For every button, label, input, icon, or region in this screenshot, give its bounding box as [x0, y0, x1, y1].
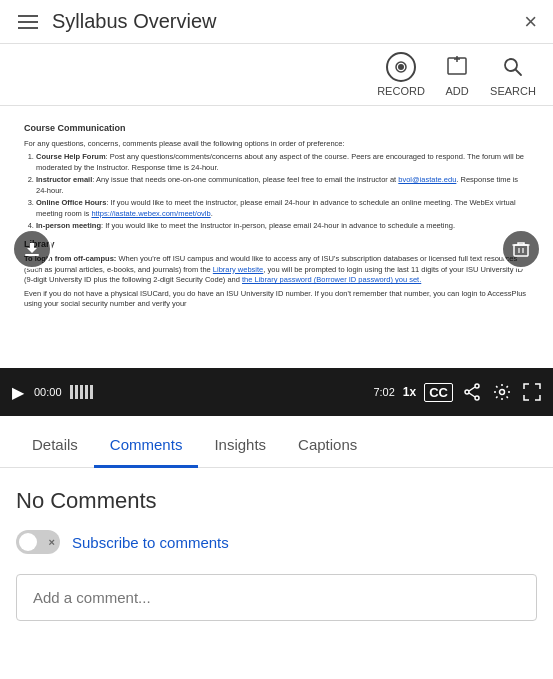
subscribe-toggle[interactable]: ×: [16, 530, 60, 554]
header-left: Syllabus Overview: [16, 10, 217, 33]
doc-heading1: Course Communication: [24, 122, 529, 135]
svg-rect-7: [25, 254, 39, 256]
video-document: Course Communication For any questions, …: [0, 106, 553, 329]
header: Syllabus Overview ×: [0, 0, 553, 44]
total-time: 7:02: [373, 386, 394, 398]
add-button[interactable]: ADD: [433, 52, 481, 97]
cc-button[interactable]: CC: [424, 383, 453, 402]
tab-captions[interactable]: Captions: [282, 424, 373, 468]
subscribe-label[interactable]: Subscribe to comments: [72, 534, 229, 551]
toggle-knob: [19, 533, 37, 551]
svg-point-13: [465, 390, 469, 394]
progress-seg: [90, 385, 93, 399]
doc-library-text2: Even if you do not have a physical ISUCa…: [24, 289, 529, 310]
doc-intro: For any questions, concerns, comments pl…: [24, 139, 529, 150]
list-item: Instructor email: Any issue that needs o…: [36, 175, 529, 196]
video-player: Course Communication For any questions, …: [0, 106, 553, 416]
svg-point-1: [398, 64, 404, 70]
svg-point-11: [475, 384, 479, 388]
svg-point-16: [500, 390, 505, 395]
search-button[interactable]: SEARCH: [489, 52, 537, 97]
download-overlay-button[interactable]: [12, 229, 52, 269]
play-button[interactable]: ▶: [10, 381, 26, 404]
add-comment-input[interactable]: [16, 574, 537, 621]
video-controls: ▶ 00:00 7:02 1x CC: [0, 368, 553, 416]
tab-details[interactable]: Details: [16, 424, 94, 468]
add-icon: [442, 52, 472, 82]
doc-list: Course Help Forum: Post any questions/co…: [36, 152, 529, 232]
current-time: 00:00: [34, 386, 62, 398]
svg-point-12: [475, 396, 479, 400]
hamburger-menu[interactable]: [16, 13, 40, 31]
close-button[interactable]: ×: [524, 11, 537, 33]
progress-bar[interactable]: [70, 385, 366, 399]
toolbar: RECORD ADD SEARCH: [0, 44, 553, 106]
svg-line-14: [469, 387, 475, 391]
list-item: Online Office Hours: If you would like t…: [36, 198, 529, 219]
svg-line-6: [516, 70, 522, 76]
tab-comments[interactable]: Comments: [94, 424, 199, 468]
list-item: In-person meeting: If you would like to …: [36, 221, 529, 232]
progress-seg: [80, 385, 83, 399]
page-title: Syllabus Overview: [52, 10, 217, 33]
doc-library-text: To login from off-campus: When you're of…: [24, 254, 529, 286]
progress-seg: [75, 385, 78, 399]
progress-segments: [70, 385, 93, 399]
tabs-bar: Details Comments Insights Captions: [0, 424, 553, 468]
video-content: Course Communication For any questions, …: [0, 106, 553, 368]
record-icon: [386, 52, 416, 82]
progress-seg: [85, 385, 88, 399]
no-comments-title: No Comments: [16, 488, 537, 514]
svg-line-15: [469, 393, 475, 397]
svg-rect-8: [514, 245, 528, 256]
doc-heading2: Library: [24, 238, 529, 251]
tab-insights[interactable]: Insights: [198, 424, 282, 468]
subscribe-row: × Subscribe to comments: [16, 530, 537, 554]
progress-seg: [70, 385, 73, 399]
search-icon: [498, 52, 528, 82]
list-item: Course Help Forum: Post any questions/co…: [36, 152, 529, 173]
share-button[interactable]: [461, 381, 483, 403]
record-button[interactable]: RECORD: [377, 52, 425, 97]
speed-control[interactable]: 1x: [403, 385, 416, 399]
trash-overlay-button[interactable]: [501, 229, 541, 269]
content-area: No Comments × Subscribe to comments: [0, 468, 553, 641]
settings-button[interactable]: [491, 381, 513, 403]
fullscreen-button[interactable]: [521, 381, 543, 403]
